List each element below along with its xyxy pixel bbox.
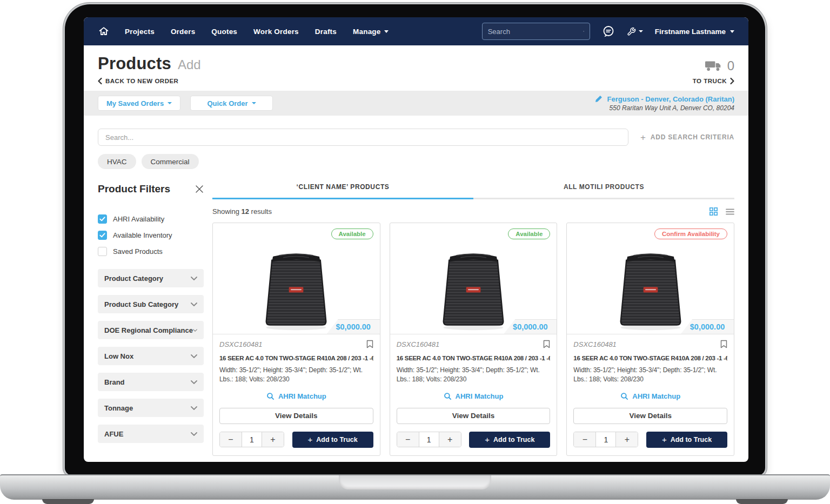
grid-view-icon[interactable] xyxy=(709,207,718,216)
to-truck-link[interactable]: TO TRUCK xyxy=(693,78,734,84)
app-window: Projects Orders Quotes Work Orders Draft… xyxy=(84,17,748,462)
checkbox-box[interactable] xyxy=(98,247,107,256)
chat-icon[interactable] xyxy=(602,25,615,38)
client-name-link[interactable]: Ferguson - Denver, Colorado (Raritan) xyxy=(607,95,734,103)
product-search-input[interactable] xyxy=(98,129,628,146)
product-specs: Width: 35-1/2"; Height: 35-3/4"; Depth: … xyxy=(573,366,727,385)
main-content: Product Filters AHRI Availability xyxy=(84,169,748,462)
truck-counter[interactable]: 0 xyxy=(705,58,734,73)
nav-item-orders[interactable]: Orders xyxy=(171,28,195,36)
qty-increase-button[interactable]: + xyxy=(262,432,284,447)
product-card: Available $0,000.00 DSXC160481 16 SEER A… xyxy=(390,223,558,456)
qty-value[interactable]: 1 xyxy=(419,432,439,447)
accordion-label: Brand xyxy=(104,378,125,386)
accordion-product-category[interactable]: Product Category xyxy=(98,269,204,287)
nav-item-manage[interactable]: Manage xyxy=(353,28,388,36)
quick-order-button[interactable]: Quick Order xyxy=(190,96,273,111)
list-view-icon[interactable] xyxy=(726,209,734,215)
nav-item-projects[interactable]: Projects xyxy=(125,28,155,36)
accordion-doe-regional-compliance[interactable]: DOE Regional Compliance xyxy=(98,321,204,339)
my-saved-orders-button[interactable]: My Saved Orders xyxy=(98,96,180,111)
view-details-button[interactable]: View Details xyxy=(573,408,727,424)
checkbox-box[interactable] xyxy=(98,231,107,240)
product-specs: Width: 35-1/2"; Height: 35-3/4"; Depth: … xyxy=(219,366,373,385)
chevron-down-icon xyxy=(193,328,197,332)
navbar-search-input[interactable] xyxy=(488,28,583,36)
checkbox-ahri-availability[interactable]: AHRI Availability xyxy=(98,214,204,224)
laptop-notch xyxy=(339,475,491,489)
product-image: $0,000.00 xyxy=(567,241,734,334)
chevron-down-icon xyxy=(191,432,197,436)
search-icon[interactable] xyxy=(583,26,584,36)
nav-item-drafts[interactable]: Drafts xyxy=(315,28,337,36)
ahri-matchup-link[interactable]: AHRI Matchup xyxy=(444,392,504,400)
ahri-matchup-link[interactable]: AHRI Matchup xyxy=(266,392,326,400)
top-navbar: Projects Orders Quotes Work Orders Draft… xyxy=(84,17,748,45)
add-search-criteria-button[interactable]: + ADD SEARCH CRITERIA xyxy=(640,133,734,142)
qty-value[interactable]: 1 xyxy=(242,432,262,447)
tab-all-motili-products[interactable]: ALL MOTILI PRODUCTS xyxy=(473,183,734,199)
availability-badge: Available xyxy=(331,229,373,239)
back-to-new-order-link[interactable]: BACK TO NEW ORDER xyxy=(98,78,178,84)
accordion-label: Low Nox xyxy=(104,352,133,360)
accordion-afue[interactable]: AFUE xyxy=(98,425,204,443)
results-panel: ‘CLIENT NAME’ PRODUCTS ALL MOTILI PRODUC… xyxy=(212,183,734,462)
qty-value[interactable]: 1 xyxy=(595,432,616,447)
product-title: 16 SEER AC 4.0 TON TWO-STAGE R410A 208 /… xyxy=(397,355,551,361)
client-location: Ferguson - Denver, Colorado (Raritan) 55… xyxy=(595,95,734,112)
quantity-stepper: − 1 + xyxy=(573,432,638,447)
nav-item-work-orders[interactable]: Work Orders xyxy=(253,28,299,36)
laptop-foot xyxy=(42,499,94,504)
ac-unit-image xyxy=(250,245,342,332)
ahri-matchup-link[interactable]: AHRI Matchup xyxy=(620,392,680,400)
accordion-tonnage[interactable]: Tonnage xyxy=(98,399,204,417)
view-details-button[interactable]: View Details xyxy=(397,408,551,424)
quantity-stepper: − 1 + xyxy=(397,432,461,447)
accordion-product-sub-category[interactable]: Product Sub Category xyxy=(98,295,204,313)
accordion-brand[interactable]: Brand xyxy=(98,373,204,391)
add-to-truck-button[interactable]: + Add to Truck xyxy=(646,432,727,448)
add-to-truck-button[interactable]: + Add to Truck xyxy=(469,432,550,448)
user-name: Firstname Lastname xyxy=(655,28,726,36)
home-icon[interactable] xyxy=(98,25,110,37)
wrench-icon xyxy=(627,27,636,36)
chevron-down-icon xyxy=(191,354,197,358)
bookmark-icon[interactable] xyxy=(366,340,373,348)
chip-hvac[interactable]: HVAC xyxy=(98,154,136,169)
product-search-row: + ADD SEARCH CRITERIA xyxy=(84,116,748,146)
qty-increase-button[interactable]: + xyxy=(439,432,461,447)
product-filters-sidebar: Product Filters AHRI Availability xyxy=(98,183,204,462)
navbar-search[interactable] xyxy=(482,23,590,40)
qty-increase-button[interactable]: + xyxy=(616,432,638,447)
product-card: Available $0,000.00 DSXC160481 16 SEER A… xyxy=(212,223,380,456)
qty-decrease-button[interactable]: − xyxy=(397,432,419,447)
availability-badge: Confirm Availability xyxy=(654,229,727,239)
nav-item-quotes[interactable]: Quotes xyxy=(211,28,237,36)
checkbox-label: AHRI Availability xyxy=(113,215,164,223)
checkbox-box[interactable] xyxy=(98,214,107,224)
tab-client-products[interactable]: ‘CLIENT NAME’ PRODUCTS xyxy=(212,183,473,199)
chevron-down-icon xyxy=(252,102,256,104)
checkbox-saved-products[interactable]: Saved Products xyxy=(98,247,204,256)
tools-menu[interactable] xyxy=(627,27,643,36)
bookmark-icon[interactable] xyxy=(720,340,727,348)
filter-accordions: Product Category Product Sub Category DO… xyxy=(98,269,204,443)
chip-commercial[interactable]: Commercial xyxy=(142,154,199,169)
add-to-truck-button[interactable]: + Add to Truck xyxy=(292,432,373,448)
user-menu[interactable]: Firstname Lastname xyxy=(655,28,734,36)
view-details-button[interactable]: View Details xyxy=(219,408,373,424)
pencil-icon[interactable] xyxy=(595,95,603,103)
page-header: Products Add 0 B xyxy=(84,45,748,91)
page-title: Products xyxy=(98,54,171,73)
checkbox-label: Available Inventory xyxy=(113,231,172,239)
accordion-low-nox[interactable]: Low Nox xyxy=(98,347,204,365)
checkbox-available-inventory[interactable]: Available Inventory xyxy=(98,231,204,240)
magnifier-icon xyxy=(444,392,452,400)
accordion-label: AFUE xyxy=(104,430,123,438)
close-icon[interactable] xyxy=(195,185,204,193)
qty-decrease-button[interactable]: − xyxy=(574,432,595,447)
truck-count: 0 xyxy=(727,58,734,73)
plus-icon: + xyxy=(308,435,313,443)
qty-decrease-button[interactable]: − xyxy=(220,432,242,447)
bookmark-icon[interactable] xyxy=(543,340,550,348)
